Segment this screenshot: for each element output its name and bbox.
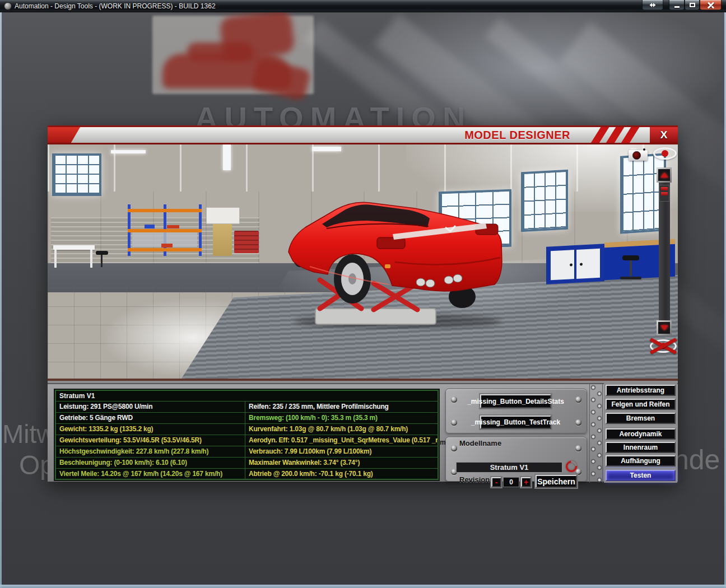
vehicle-stats-table: Stratum V1 Leistung: 291 PS@5800 U/minRe… [55,390,439,480]
maximize-icon [690,3,695,7]
switch-window-icon [648,3,657,7]
menu-ghost-text-right: nde [673,444,720,476]
stat-reifen: Reifen: 235 / 235 mm, Mittlere Profilmis… [245,402,438,412]
table-row: Beschleunigung: (0-100 km/h): 6.10 (6.10… [56,458,438,469]
sign-board-stand [213,224,232,256]
table-row: Höchstgeschwindigkeit: 227.8 km/h (227.8… [56,446,438,458]
window-title: Automation - Design Tools - (WORK IN PRO… [15,2,216,10]
dialog-header: MODEL DESIGNER X [48,125,678,144]
tab-aerodynamik[interactable]: Aerodynamik [606,428,676,440]
stool-leg [101,255,103,267]
details-stats-button[interactable]: _missing_Button_DetailsStats [480,394,551,408]
camera-icon[interactable] [629,147,649,161]
scroll-up-button[interactable] [657,167,672,183]
car-rear-left-wheel [334,254,371,304]
ceiling-light [312,147,341,151]
stat-gewicht: Gewicht: 1335.2 kg (1335.2 kg) [56,424,245,435]
table-row: Leistung: 291 PS@5800 U/minReifen: 235 /… [56,402,438,413]
table-row: Getriebe: 5 Gänge RWDBremsweg: (100 km/h… [56,413,438,424]
car-amber-reflector [385,264,390,268]
ceiling-column [223,144,231,170]
stat-hoechstgeschwindigkeit: Höchstgeschwindigkeit: 227.8 km/h (227.8… [56,446,245,457]
stat-viertel-meile: Viertel Meile: 14.20s @ 167 km/h (14.20s… [56,469,245,480]
storage-rack [128,204,202,256]
stat-kurvenfahrt: Kurvenfahrt: 1.03g @ 80.7 km/h (1.03g @ … [245,424,438,435]
table-row: Gewichtsverteilung: 53.5V/46.5R (53.5V/4… [56,435,438,446]
table-row: Gewicht: 1335.2 kg (1335.2 kg)Kurvenfahr… [56,424,438,435]
garage-3d-viewport[interactable] [48,144,678,381]
revision-minus-button[interactable]: - [491,477,501,487]
stat-bremsweg: Bremsweg: (100 km/h - 0): 35.3 m (35.3 m… [245,413,438,423]
stats-table-header: Stratum V1 [56,391,438,402]
save-button[interactable]: Speichern [536,475,577,488]
car-taillight-left [377,237,405,249]
window-right [521,170,568,232]
dialog-title: MODEL DESIGNER [464,129,570,142]
modelname-plate: Modellname Revisionen - 0 + Speichern [445,437,587,482]
white-table [53,245,95,250]
scrollbar-track[interactable] [659,183,670,323]
table-leg [54,250,57,268]
sign-board [206,207,240,224]
switch-window-button[interactable] [642,0,663,10]
test-track-button[interactable]: _missing_Button_TestTrack [480,416,551,429]
rivet-strip-divider [589,384,603,483]
red-car-on-lift [283,195,507,329]
poster-car-shape-3 [219,12,296,62]
maximize-button[interactable] [685,0,700,10]
buttons-plate: _missing_Button_DetailsStats _missing_Bu… [445,389,587,433]
header-red-tab [48,127,80,143]
stat-gewichtsverteilung: Gewichtsverteilung: 53.5V/46.5R (53.5V/4… [56,435,245,446]
modelname-input[interactable] [456,462,562,473]
stat-leistung: Leistung: 291 PS@5800 U/min [56,402,245,412]
tab-testen[interactable]: Testen [606,470,676,481]
window-border-left [0,12,2,588]
minimize-icon [674,6,680,8]
stat-verbrauch: Verbrauch: 7.99 L/100km (7.99 L/100km) [245,446,438,457]
tab-aufhaengung[interactable]: Aufhängung [606,455,676,466]
tab-bremsen[interactable]: Bremsen [606,413,676,424]
stat-aerodyn-eff: Aerodyn. Eff: 0.517 _missing_Unit_SqrMet… [245,435,438,446]
poster-car-shape-2 [252,58,311,101]
app-icon [4,2,12,10]
stat-wankwinkel: Maximaler Wankwinkel: 3.74° (3.74°) [245,458,438,468]
scrollbar-thumb[interactable] [659,185,669,202]
eye-visible-icon[interactable] [653,147,677,160]
tab-felgen-und-reifen[interactable]: Felgen und Reifen [606,399,676,410]
model-designer-dialog: MODEL DESIGNER X [48,125,678,482]
close-button[interactable] [700,0,722,10]
table-row: Viertel Meile: 14.20s @ 167 km/h (14.20s… [56,469,438,480]
red-toolbox [234,231,259,253]
window-border-bottom [0,585,726,588]
stool [96,251,108,255]
window-left [52,153,101,196]
office-chair [620,255,643,284]
modelname-label: Modellname [459,439,501,447]
application-window: AUTOMATION Mitw Op nde MODEL DESIGNER X [0,0,726,588]
stat-abtrieb: Abtrieb @ 200.0 km/h: -70.1 kg (-70.1 kg… [245,469,438,480]
stat-getriebe: Getriebe: 5 Gänge RWD [56,413,245,423]
blue-cabinet [546,244,604,284]
eye-hidden-icon[interactable] [650,339,677,353]
revision-plus-button[interactable]: + [521,477,531,487]
table-leg [90,250,92,268]
bottom-control-panel: Stratum V1 Leistung: 291 PS@5800 U/minRe… [48,383,678,482]
tab-innenraum[interactable]: Innenraum [606,442,676,453]
close-icon [707,2,715,8]
tab-antriebsstrang[interactable]: Antriebsstrang [606,385,676,396]
ceiling-light [111,150,146,153]
stat-beschleunigung: Beschleunigung: (0-100 km/h): 6.10 (6.10… [56,458,245,468]
revision-count: 0 [503,477,519,487]
minimize-button[interactable] [669,0,685,10]
dialog-close-button[interactable]: X [650,127,678,143]
window-titlebar: Automation - Design Tools - (WORK IN PRO… [0,0,726,12]
scroll-down-button[interactable] [657,320,672,335]
